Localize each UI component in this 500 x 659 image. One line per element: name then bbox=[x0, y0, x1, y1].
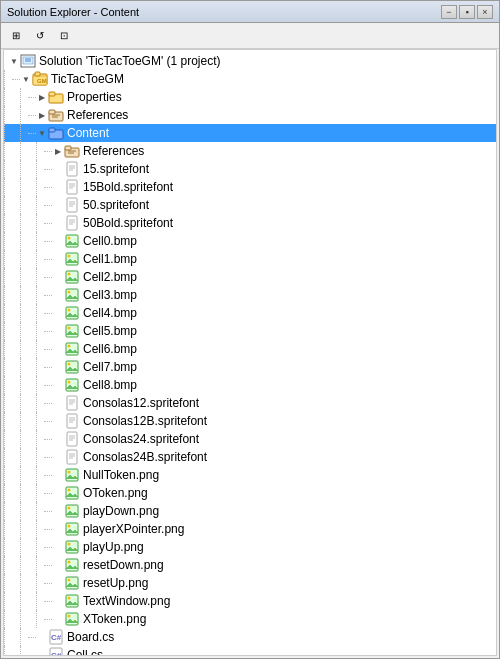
item-label: Cell6.bmp bbox=[83, 342, 137, 356]
project-icon: GM bbox=[32, 71, 48, 87]
collapse-icon[interactable]: ▼ bbox=[8, 55, 20, 67]
tree-item-references-top[interactable]: ▶ References bbox=[4, 106, 496, 124]
tree-item-f26[interactable]: XToken.png bbox=[4, 610, 496, 628]
tree-item-f22[interactable]: playUp.png bbox=[4, 538, 496, 556]
item-label: 50.spritefont bbox=[83, 198, 149, 212]
svg-rect-84 bbox=[66, 595, 78, 607]
svg-point-75 bbox=[68, 507, 71, 510]
tree-item-f16[interactable]: Consolas24.spritefont bbox=[4, 430, 496, 448]
item-label: Cell0.bmp bbox=[83, 234, 137, 248]
item-label: 15.spritefont bbox=[83, 162, 149, 176]
svg-point-43 bbox=[68, 291, 71, 294]
solution-tree[interactable]: ▼ Solution 'TicTacToeGM' (1 project)▼ GM… bbox=[3, 49, 497, 656]
item-label: 50Bold.spritefont bbox=[83, 216, 173, 230]
svg-rect-50 bbox=[66, 361, 78, 373]
svg-rect-6 bbox=[35, 72, 40, 76]
image-icon bbox=[64, 287, 80, 303]
tree-item-f8[interactable]: Cell3.bmp bbox=[4, 286, 496, 304]
tree-item-board[interactable]: C# Board.cs bbox=[4, 628, 496, 646]
file-icon bbox=[64, 179, 80, 195]
tree-item-f19[interactable]: OToken.png bbox=[4, 484, 496, 502]
svg-rect-17 bbox=[65, 146, 71, 150]
tree-item-f12[interactable]: Cell7.bmp bbox=[4, 358, 496, 376]
tree-item-f3[interactable]: 50.spritefont bbox=[4, 196, 496, 214]
svg-rect-62 bbox=[67, 432, 77, 446]
image-icon bbox=[64, 341, 80, 357]
title-bar: Solution Explorer - Content − ▪ × bbox=[1, 1, 499, 23]
svg-point-39 bbox=[68, 255, 71, 258]
image-icon bbox=[64, 539, 80, 555]
svg-rect-66 bbox=[67, 450, 77, 464]
window-title: Solution Explorer - Content bbox=[7, 6, 139, 18]
svg-point-73 bbox=[68, 489, 71, 492]
tree-item-project[interactable]: ▼ GM TicTacToeGM bbox=[4, 70, 496, 88]
toolbar-btn-2[interactable]: ↺ bbox=[29, 26, 51, 46]
tree-item-f24[interactable]: resetUp.png bbox=[4, 574, 496, 592]
svg-point-87 bbox=[68, 615, 71, 618]
item-label: References bbox=[67, 108, 128, 122]
item-label: NullToken.png bbox=[83, 468, 159, 482]
svg-rect-11 bbox=[49, 110, 55, 114]
toolbar: ⊞ ↺ ⊡ bbox=[1, 23, 499, 49]
tree-item-f21[interactable]: playerXPointer.png bbox=[4, 520, 496, 538]
item-label: playUp.png bbox=[83, 540, 144, 554]
expand-icon[interactable]: ▶ bbox=[52, 145, 64, 157]
svg-rect-36 bbox=[66, 235, 78, 247]
tree-item-f18[interactable]: NullToken.png bbox=[4, 466, 496, 484]
title-controls: − ▪ × bbox=[441, 5, 493, 19]
minimize-button[interactable]: − bbox=[441, 5, 457, 19]
tree-item-f25[interactable]: TextWindow.png bbox=[4, 592, 496, 610]
item-label: OToken.png bbox=[83, 486, 148, 500]
tree-item-f2[interactable]: 15Bold.spritefont bbox=[4, 178, 496, 196]
tree-item-f1[interactable]: 15.spritefont bbox=[4, 160, 496, 178]
item-label: Consolas12B.spritefont bbox=[83, 414, 207, 428]
item-label: playerXPointer.png bbox=[83, 522, 184, 536]
tree-item-f7[interactable]: Cell2.bmp bbox=[4, 268, 496, 286]
tree-item-f20[interactable]: playDown.png bbox=[4, 502, 496, 520]
item-label: References bbox=[83, 144, 144, 158]
toolbar-btn-1[interactable]: ⊞ bbox=[5, 26, 27, 46]
expand-icon[interactable]: ▶ bbox=[36, 91, 48, 103]
tree-item-f11[interactable]: Cell6.bmp bbox=[4, 340, 496, 358]
svg-point-41 bbox=[68, 273, 71, 276]
image-icon bbox=[64, 611, 80, 627]
cs-icon: C# bbox=[48, 629, 64, 645]
collapse-icon[interactable]: ▼ bbox=[36, 127, 48, 139]
tree-item-solution[interactable]: ▼ Solution 'TicTacToeGM' (1 project) bbox=[4, 52, 496, 70]
svg-text:C#: C# bbox=[51, 633, 62, 642]
tree-item-ref-content[interactable]: ▶ References bbox=[4, 142, 496, 160]
close-button[interactable]: × bbox=[477, 5, 493, 19]
tree-item-f5[interactable]: Cell0.bmp bbox=[4, 232, 496, 250]
svg-text:C#: C# bbox=[51, 651, 62, 656]
image-icon bbox=[64, 359, 80, 375]
tree-item-f10[interactable]: Cell5.bmp bbox=[4, 322, 496, 340]
expand-icon[interactable]: ▶ bbox=[36, 109, 48, 121]
item-label: Cell5.bmp bbox=[83, 324, 137, 338]
tree-item-f23[interactable]: resetDown.png bbox=[4, 556, 496, 574]
image-icon bbox=[64, 521, 80, 537]
references-icon bbox=[64, 143, 80, 159]
item-label: resetUp.png bbox=[83, 576, 148, 590]
toolbar-btn-3[interactable]: ⊡ bbox=[53, 26, 75, 46]
tree-item-f6[interactable]: Cell1.bmp bbox=[4, 250, 496, 268]
image-icon bbox=[64, 557, 80, 573]
svg-rect-44 bbox=[66, 307, 78, 319]
svg-point-71 bbox=[68, 471, 71, 474]
svg-point-45 bbox=[68, 309, 71, 312]
tree-item-f4[interactable]: 50Bold.spritefont bbox=[4, 214, 496, 232]
tree-item-f15[interactable]: Consolas12B.spritefont bbox=[4, 412, 496, 430]
tree-item-properties[interactable]: ▶ Properties bbox=[4, 88, 496, 106]
tree-item-content[interactable]: ▼ Content bbox=[4, 124, 496, 142]
svg-rect-42 bbox=[66, 289, 78, 301]
collapse-icon[interactable]: ▼ bbox=[20, 73, 32, 85]
tree-item-f13[interactable]: Cell8.bmp bbox=[4, 376, 496, 394]
tree-item-f9[interactable]: Cell4.bmp bbox=[4, 304, 496, 322]
tree-item-cell[interactable]: C# Cell.cs bbox=[4, 646, 496, 656]
image-icon bbox=[64, 575, 80, 591]
tree-item-f17[interactable]: Consolas24B.spritefont bbox=[4, 448, 496, 466]
float-button[interactable]: ▪ bbox=[459, 5, 475, 19]
item-label: Cell8.bmp bbox=[83, 378, 137, 392]
tree-item-f14[interactable]: Consolas12.spritefont bbox=[4, 394, 496, 412]
item-label: Cell.cs bbox=[67, 648, 103, 656]
item-label: Cell2.bmp bbox=[83, 270, 137, 284]
